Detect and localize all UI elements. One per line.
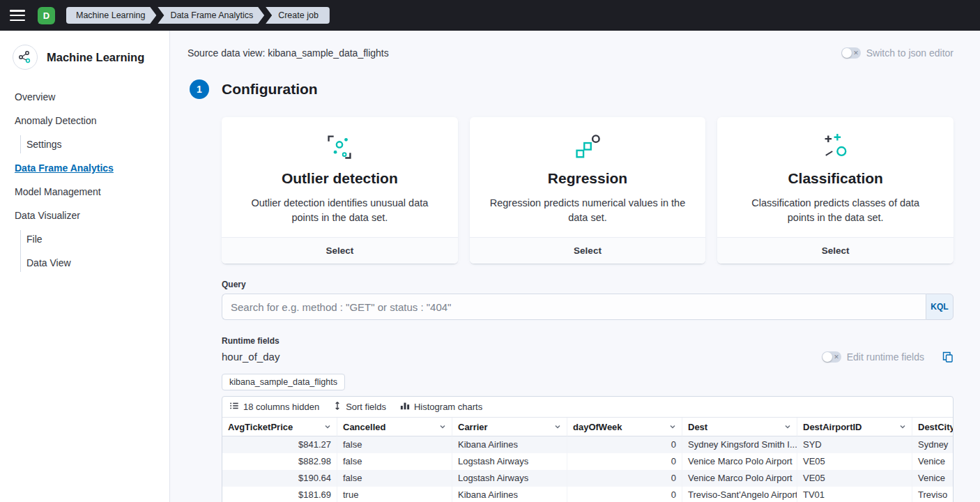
- grid-cell: VE05: [797, 470, 912, 487]
- toggle-off-icon: ✕: [853, 48, 859, 58]
- sidebar-item-data-view[interactable]: Data View: [21, 254, 169, 272]
- grid-cell: Venice Marco Polo Airport: [682, 470, 797, 487]
- card-title: Outlier detection: [241, 170, 438, 187]
- machine-learning-app-icon: [13, 45, 38, 70]
- sort-icon: [333, 401, 342, 413]
- grid-cell: Logstash Airways: [452, 470, 567, 487]
- classification-icon: [822, 151, 849, 162]
- sidebar: Machine Learning Overview Anomaly Detect…: [0, 31, 170, 502]
- regression-icon: [574, 151, 601, 162]
- card-description: Classification predicts classes of data …: [737, 196, 934, 225]
- sidebar-item-model-management[interactable]: Model Management: [0, 183, 169, 201]
- chevron-down-icon[interactable]: [324, 423, 331, 430]
- query-search-input[interactable]: [222, 294, 926, 320]
- grid-cell: SYD: [797, 436, 912, 453]
- column-header-dest[interactable]: Dest: [682, 418, 797, 436]
- grid-cell: false: [337, 470, 452, 487]
- toggle-off-icon: ✕: [834, 352, 839, 362]
- analysis-type-cards: Outlier detection Outlier detection iden…: [222, 117, 954, 264]
- sidebar-item-data-visualizer[interactable]: Data Visualizer: [0, 206, 169, 225]
- sort-fields-button[interactable]: Sort fields: [333, 401, 386, 413]
- grid-cell: 0: [567, 436, 682, 453]
- card-title: Classification: [737, 170, 934, 187]
- card-regression[interactable]: Regression Regression predicts numerical…: [470, 117, 706, 264]
- copy-icon[interactable]: [942, 351, 954, 363]
- column-header-avgticketprice[interactable]: AvgTicketPrice: [222, 418, 337, 436]
- edit-runtime-fields-label: Edit runtime fields: [847, 351, 924, 363]
- breadcrumb: Machine Learning Data Frame Analytics Cr…: [66, 7, 330, 24]
- grid-header-row: AvgTicketPrice Cancelled Carrier dayOfWe…: [222, 418, 954, 436]
- card-outlier-detection[interactable]: Outlier detection Outlier detection iden…: [222, 117, 458, 264]
- table-row: $882.98 false Logstash Airways 0 Venice …: [222, 453, 954, 470]
- select-classification-button[interactable]: Select: [717, 237, 954, 264]
- histogram-charts-button[interactable]: Histogram charts: [400, 401, 482, 413]
- sidebar-item-anomaly-detection[interactable]: Anomaly Detection: [0, 112, 169, 130]
- card-title: Regression: [489, 170, 687, 187]
- card-description: Outlier detection identifies unusual dat…: [241, 196, 438, 225]
- grid-cell: VE05: [797, 453, 912, 470]
- column-header-destairportid[interactable]: DestAirportID: [797, 418, 912, 436]
- column-header-carrier[interactable]: Carrier: [452, 418, 567, 436]
- sidebar-item-settings[interactable]: Settings: [21, 135, 169, 153]
- chevron-down-icon[interactable]: [554, 423, 561, 430]
- grid-cell: 0: [567, 453, 682, 470]
- breadcrumb-create-job[interactable]: Create job: [266, 7, 330, 24]
- grid-cell: Venice: [912, 453, 954, 470]
- runtime-field-name: hour_of_day: [222, 351, 280, 363]
- grid-cell: Treviso-Sant'Angelo Airport: [682, 487, 797, 502]
- grid-cell: Kibana Airlines: [452, 436, 567, 453]
- kql-button[interactable]: KQL: [926, 294, 954, 320]
- columns-icon: [229, 401, 239, 413]
- breadcrumb-data-frame-analytics[interactable]: Data Frame Analytics: [158, 7, 264, 24]
- table-row: $190.64 false Logstash Airways 0 Venice …: [222, 470, 954, 487]
- grid-cell: false: [337, 453, 452, 470]
- card-description: Regression predicts numerical values in …: [489, 196, 687, 225]
- chevron-down-icon[interactable]: [439, 423, 446, 430]
- menu-icon[interactable]: [10, 10, 25, 21]
- grid-cell: Venice Marco Polo Airport: [682, 453, 797, 470]
- column-header-destcityname[interactable]: DestCityName: [912, 418, 954, 436]
- space-avatar[interactable]: D: [38, 7, 55, 24]
- edit-runtime-fields-toggle[interactable]: ✕: [822, 351, 841, 363]
- step-number-badge: 1: [190, 79, 209, 99]
- grid-cell: false: [337, 436, 452, 453]
- table-row: $181.69 true Kibana Airlines 0 Treviso-S…: [222, 487, 954, 502]
- sidebar-nav: Overview Anomaly Detection Settings Data…: [0, 88, 169, 272]
- json-editor-toggle[interactable]: ✕: [841, 47, 861, 59]
- source-data-view-label: Source data view: kibana_sample_data_fli…: [187, 47, 389, 59]
- query-label: Query: [222, 280, 954, 289]
- select-outlier-detection-button[interactable]: Select: [222, 237, 458, 264]
- sidebar-item-file[interactable]: File: [21, 230, 169, 248]
- grid-cell: $882.98: [222, 453, 337, 470]
- column-header-dayofweek[interactable]: dayOfWeek: [567, 418, 682, 436]
- json-editor-toggle-label: Switch to json editor: [866, 47, 954, 59]
- breadcrumb-machine-learning[interactable]: Machine Learning: [66, 7, 156, 24]
- column-header-cancelled[interactable]: Cancelled: [337, 418, 452, 436]
- grid-cell: 0: [567, 487, 682, 502]
- select-regression-button[interactable]: Select: [470, 237, 706, 264]
- grid-cell: $190.64: [222, 470, 337, 487]
- grid-cell: Kibana Airlines: [452, 487, 567, 502]
- chevron-down-icon[interactable]: [784, 423, 791, 430]
- sidebar-item-overview[interactable]: Overview: [0, 88, 169, 106]
- chevron-down-icon[interactable]: [669, 423, 676, 430]
- columns-hidden-button[interactable]: 18 columns hidden: [229, 401, 319, 413]
- outlier-detection-icon: [326, 151, 353, 162]
- index-badge: kibana_sample_data_flights: [222, 374, 345, 390]
- grid-cell: Logstash Airways: [452, 453, 567, 470]
- grid-cell: 0: [567, 470, 682, 487]
- runtime-fields-label: Runtime fields: [222, 336, 954, 346]
- grid-cell: TV01: [797, 487, 912, 502]
- card-classification[interactable]: Classification Classification predicts c…: [717, 117, 954, 264]
- grid-cell: $841.27: [222, 436, 337, 453]
- table-row: $841.27 false Kibana Airlines 0 Sydney K…: [222, 436, 954, 453]
- sidebar-item-data-frame-analytics[interactable]: Data Frame Analytics: [0, 159, 169, 177]
- grid-cell: Sydney: [912, 436, 954, 453]
- histogram-icon: [400, 401, 410, 413]
- grid-cell: true: [337, 487, 452, 502]
- main-content: Source data view: kibana_sample_data_fli…: [171, 31, 980, 502]
- app-header: D Machine Learning Data Frame Analytics …: [0, 0, 980, 31]
- chevron-down-icon[interactable]: [899, 423, 906, 430]
- step-title: Configuration: [222, 81, 318, 98]
- grid-cell: Treviso: [912, 487, 954, 502]
